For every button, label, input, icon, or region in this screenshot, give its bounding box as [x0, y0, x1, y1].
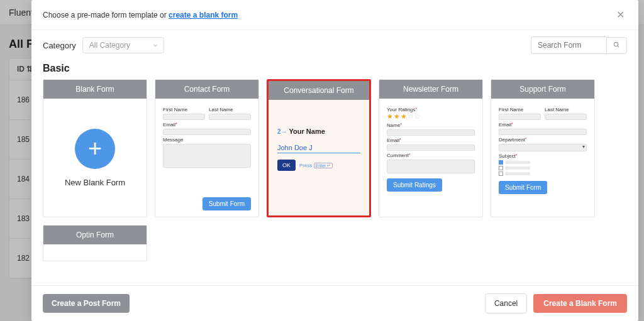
create-blank-link[interactable]: create a blank form: [169, 11, 238, 19]
preview-label: Message: [163, 137, 251, 143]
template-cards: Blank Form + New Blank Form Contact Form…: [43, 79, 627, 261]
preview-label: Name*: [387, 122, 475, 128]
modal-overlay[interactable]: Choose a pre-made form template or creat…: [0, 0, 644, 321]
plus-icon: +: [75, 129, 115, 169]
conv-question: Your Name: [289, 128, 325, 135]
preview-input: [387, 129, 475, 136]
search-icon: [613, 41, 620, 48]
search-input[interactable]: [531, 36, 606, 54]
card-head: Support Form: [491, 80, 594, 99]
card-contact-form[interactable]: Contact Form First Name Last Name Email*…: [155, 79, 259, 217]
modal-toolbar: Category All Category: [31, 30, 638, 60]
preview-checkbox: [499, 171, 587, 176]
preview-label: First Name: [499, 107, 541, 112]
preview-input: [545, 114, 587, 120]
close-icon[interactable]: ✕: [614, 6, 627, 23]
search-wrap: [531, 36, 627, 54]
preview-submit: Submit Form: [203, 197, 251, 210]
svg-point-0: [614, 42, 618, 46]
card-head: Optin Form: [43, 226, 147, 244]
preview-label: Subject*: [499, 153, 587, 159]
star-rating-icon: ★★★☆☆: [387, 112, 475, 121]
category-select[interactable]: All Category: [82, 37, 164, 53]
preview-label: Last Name: [209, 107, 251, 112]
preview-submit: Submit Form: [499, 181, 547, 194]
preview-input: [387, 144, 475, 151]
card-conversational-form[interactable]: Conversational Form 2→Your Name John Doe…: [267, 79, 371, 217]
cancel-button[interactable]: Cancel: [485, 293, 527, 313]
card-head: Newsletter Form: [379, 80, 482, 99]
conv-ok-button: OK: [277, 160, 296, 171]
preview-input: [163, 114, 205, 120]
modal-footer: Create a Post Form Cancel Create a Blank…: [31, 285, 638, 321]
preview-textarea: [163, 144, 251, 168]
preview-input: [209, 114, 251, 120]
preview-label: First Name: [163, 107, 205, 112]
card-head: Conversational Form: [269, 81, 369, 100]
card-blank-form[interactable]: Blank Form + New Blank Form: [43, 79, 147, 217]
preview-input: [499, 114, 541, 120]
press-enter-hint: Press Enter ↵: [299, 163, 333, 168]
preview-label: Email*: [499, 122, 587, 128]
blank-caption: New Blank Form: [65, 178, 125, 187]
preview-checkbox: [499, 160, 587, 165]
create-post-form-button[interactable]: Create a Post Form: [43, 294, 130, 313]
preview-label: Your Ratings*: [387, 107, 475, 112]
preview-input: [499, 129, 587, 135]
card-support-form[interactable]: Support Form First Name Last Name Email*…: [491, 79, 595, 217]
search-button[interactable]: [606, 37, 627, 54]
svg-line-1: [618, 45, 619, 46]
preview-input: [163, 129, 251, 135]
category-label: Category: [43, 41, 76, 50]
card-optin-form[interactable]: Optin Form: [43, 225, 147, 261]
card-head: Blank Form: [43, 80, 147, 99]
create-blank-form-button[interactable]: Create a Blank Form: [533, 294, 627, 313]
conv-step: 2→: [277, 128, 287, 135]
conv-answer: John Doe J: [277, 140, 360, 153]
modal-body: Basic Blank Form + New Blank Form Contac…: [31, 60, 638, 285]
card-head: Contact Form: [155, 80, 258, 99]
modal-header: Choose a pre-made form template or creat…: [31, 0, 638, 30]
modal-heading-text: Choose a pre-made form template or creat…: [43, 11, 238, 19]
preview-label: Email*: [163, 122, 251, 128]
card-newsletter-form[interactable]: Newsletter Form Your Ratings* ★★★☆☆ Name…: [379, 79, 483, 217]
preview-label: Department*: [499, 137, 587, 143]
template-modal: Choose a pre-made form template or creat…: [31, 0, 638, 321]
preview-submit: Submit Ratings: [387, 178, 442, 192]
preview-label: Last Name: [545, 107, 587, 112]
conv-preview: 2→Your Name John Doe J OK Press Enter ↵: [269, 100, 369, 215]
preview-checkbox: [499, 166, 587, 170]
section-title: Basic: [43, 63, 627, 74]
preview-select: [499, 144, 587, 151]
preview-label: Comment*: [387, 153, 475, 158]
preview-label: Email*: [387, 138, 475, 143]
preview-textarea: [387, 160, 475, 173]
